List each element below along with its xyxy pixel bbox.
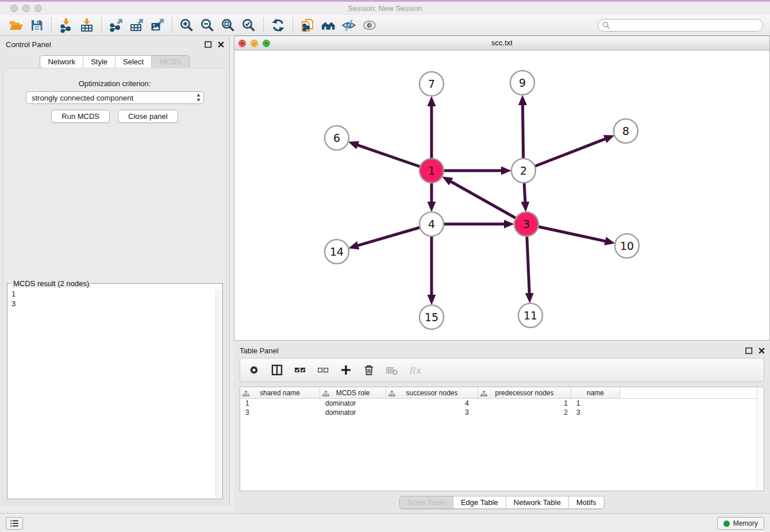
control-panel-title: Control Panel [6, 40, 51, 49]
graph-node-label-1: 1 [428, 164, 435, 177]
export-image-button[interactable] [147, 17, 168, 34]
network-window-titlebar[interactable]: × – + scc.txt [234, 36, 769, 51]
show-graphics-button[interactable] [359, 17, 380, 34]
result-scrollbar[interactable] [215, 289, 222, 498]
run-mcds-button[interactable]: Run MCDS [51, 110, 110, 123]
export-network-icon [109, 18, 124, 33]
memory-button[interactable]: Memory [717, 517, 764, 530]
graph-node-label-10: 10 [620, 240, 634, 252]
cell-predecessor-nodes: 1 [478, 399, 571, 407]
graph-node-label-11: 11 [523, 309, 537, 322]
cell-MCDS-role: dominator [320, 399, 386, 407]
houses-button[interactable] [318, 17, 338, 34]
cell-shared-name: 3 [240, 408, 320, 417]
close-table-panel-icon[interactable] [758, 347, 765, 354]
zoom-in-button[interactable] [176, 17, 197, 34]
mcds-result-title: MCDS result (2 nodes) [11, 279, 91, 288]
tab-network-table[interactable]: Network Table [506, 496, 569, 508]
tab-motifs[interactable]: Motifs [569, 496, 604, 508]
tab-node-table[interactable]: Node Table [400, 496, 453, 508]
cell-MCDS-role: dominator [320, 408, 386, 417]
import-table-icon [79, 18, 94, 33]
select-all-icon [294, 364, 306, 376]
add-column-button[interactable] [339, 363, 353, 377]
zoom-in-icon [179, 18, 194, 33]
graph-node-label-6: 6 [333, 132, 340, 144]
refresh-button[interactable] [268, 17, 288, 34]
table-row[interactable]: 3dominator323 [240, 408, 764, 417]
zoom-selected-button[interactable] [238, 17, 259, 34]
mcds-tab-content: Optimization criterion: strongly connect… [3, 68, 226, 502]
mcds-result-text[interactable]: 1 3 [9, 289, 214, 498]
toolbar-separator [172, 18, 172, 33]
memory-status-icon [723, 521, 730, 527]
graph-node-label-3: 3 [523, 218, 530, 230]
delete-column-button[interactable] [362, 363, 376, 377]
hide-graphics-icon [341, 18, 356, 33]
export-table-button[interactable] [126, 17, 147, 34]
tree-icon [242, 391, 249, 396]
zoom-fit-button[interactable] [218, 17, 238, 34]
hide-graphics-button[interactable] [338, 17, 359, 34]
columns-icon [271, 364, 283, 376]
columns-button[interactable] [270, 363, 284, 377]
column-header-predecessor-nodes[interactable]: predecessor nodes [478, 387, 571, 398]
tree-icon [388, 391, 395, 396]
zoom-out-button[interactable] [197, 17, 218, 34]
tab-network[interactable]: Network [40, 56, 83, 68]
column-header-shared-name[interactable]: shared name [240, 387, 320, 398]
tab-mcds[interactable]: MCDS [152, 56, 188, 68]
search-input[interactable] [610, 21, 763, 29]
task-history-button[interactable] [6, 517, 23, 530]
cell-predecessor-nodes: 2 [478, 408, 571, 417]
toolbar-separator [263, 18, 264, 33]
criterion-dropdown[interactable]: strongly connected component ▲▼ [26, 91, 204, 104]
criterion-value: strongly connected component [32, 94, 133, 102]
cell-shared-name: 1 [240, 399, 320, 407]
float-panel-icon[interactable] [205, 41, 212, 48]
table-scrollbar[interactable] [757, 387, 764, 491]
tab-edge-table[interactable]: Edge Table [453, 496, 506, 508]
column-header-name[interactable]: name [571, 387, 620, 398]
toolbar-separator [51, 18, 52, 33]
menu-list-icon [9, 518, 20, 529]
houses-icon [321, 18, 336, 33]
open-folder-button[interactable] [6, 17, 26, 34]
dropdown-stepper-icon: ▲▼ [196, 92, 201, 103]
settings-gear-button[interactable] [247, 363, 261, 377]
toolbar-separator [292, 18, 293, 33]
cell-successor-nodes: 3 [386, 408, 478, 417]
close-panel-button[interactable]: Close panel [118, 110, 178, 123]
import-network-button[interactable] [56, 17, 76, 34]
graph-edge-2-8[interactable] [523, 139, 606, 171]
export-network-button[interactable] [106, 17, 126, 34]
network-graph-canvas[interactable]: 7968124314101511 [234, 51, 769, 340]
column-header-MCDS-role[interactable]: MCDS role [320, 387, 386, 398]
table-row[interactable]: 1dominator411 [240, 399, 764, 408]
tree-icon [480, 391, 487, 396]
save-button[interactable] [26, 17, 47, 34]
search-box[interactable] [598, 19, 763, 32]
select-all-button[interactable] [293, 363, 307, 377]
deselect-all-button[interactable] [316, 363, 330, 377]
zoom-fit-icon [221, 18, 236, 33]
toolbar-separator [101, 18, 102, 33]
graph-node-label-4: 4 [428, 218, 435, 230]
tab-style[interactable]: Style [83, 56, 116, 68]
window-title: Session: New Session [0, 4, 770, 13]
graph-edge-3-1[interactable] [451, 182, 526, 224]
column-header-successor-nodes[interactable]: successor nodes [386, 387, 478, 398]
graph-node-label-7: 7 [428, 78, 435, 90]
tab-select[interactable]: Select [116, 56, 152, 68]
graph-node-label-9: 9 [519, 76, 526, 89]
clone-network-button[interactable] [297, 17, 318, 34]
function-builder-button: f(x) [408, 363, 422, 377]
float-table-panel-icon[interactable] [745, 347, 753, 354]
network-view-title: scc.txt [234, 38, 769, 47]
close-panel-icon[interactable] [217, 41, 225, 48]
zoom-out-icon [200, 18, 215, 33]
delete-column-icon [363, 364, 375, 376]
import-table-button[interactable] [76, 17, 97, 34]
table-toolbar: f(x) [240, 358, 764, 382]
graph-node-label-8: 8 [622, 125, 629, 137]
